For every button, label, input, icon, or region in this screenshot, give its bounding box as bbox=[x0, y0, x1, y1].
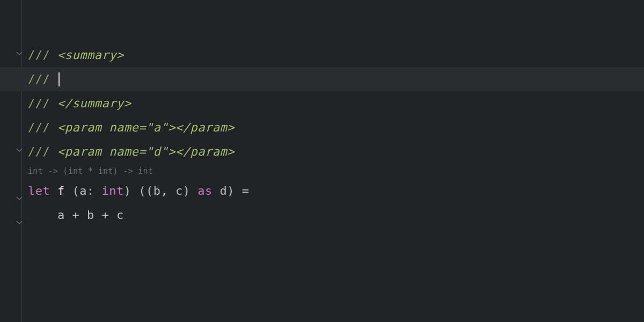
param-open: <param bbox=[57, 145, 109, 158]
param-d: d bbox=[220, 184, 228, 197]
keyword-let: let bbox=[28, 184, 50, 197]
code-line[interactable]: /// <param name="a"></param> bbox=[26, 115, 644, 140]
doc-slashes: /// bbox=[28, 121, 50, 134]
param-attr-value: "a" bbox=[146, 121, 168, 134]
function-name: f bbox=[57, 184, 65, 197]
code-line[interactable]: /// </summary> bbox=[26, 91, 644, 115]
doc-slashes: /// bbox=[28, 145, 50, 158]
gutter-divider bbox=[21, 0, 22, 322]
param-open: <param bbox=[57, 121, 109, 134]
fold-icon[interactable] bbox=[15, 218, 24, 227]
summary-close-tag: </summary> bbox=[57, 97, 131, 110]
type-int: int bbox=[102, 184, 124, 197]
code-line[interactable]: let f (a: int) ((b, c) as d) = bbox=[26, 179, 644, 203]
param-close: </param> bbox=[175, 145, 235, 158]
fold-icon[interactable] bbox=[15, 146, 24, 155]
param-b: b bbox=[153, 184, 161, 197]
doc-slashes: /// bbox=[28, 97, 50, 110]
param-attr-name: name bbox=[109, 121, 138, 134]
param-c: c bbox=[175, 184, 183, 197]
fold-icon[interactable] bbox=[15, 49, 24, 58]
type-signature: int -> (int * int) -> int bbox=[28, 166, 153, 176]
summary-open-tag: <summary> bbox=[57, 48, 124, 62]
param-close: </param> bbox=[175, 121, 235, 134]
code-line[interactable]: /// <param name="d"></param> bbox=[26, 140, 644, 164]
param-a: a bbox=[79, 184, 87, 197]
type-hint: int -> (int * int) -> int bbox=[26, 164, 644, 179]
code-line-active[interactable]: /// bbox=[26, 67, 644, 91]
gutter bbox=[0, 0, 26, 322]
param-attr-value: "d" bbox=[146, 145, 168, 158]
code-area[interactable]: /// <summary> /// /// </summary> /// <pa… bbox=[26, 0, 644, 322]
doc-slashes: /// bbox=[28, 48, 50, 62]
code-line[interactable]: a + b + c bbox=[26, 203, 644, 227]
code-editor[interactable]: /// <summary> /// /// </summary> /// <pa… bbox=[0, 0, 644, 322]
keyword-as: as bbox=[197, 184, 213, 197]
text-cursor bbox=[58, 72, 60, 86]
param-attr-name: name bbox=[109, 145, 138, 158]
code-line[interactable]: /// <summary> bbox=[26, 43, 644, 67]
fold-icon[interactable] bbox=[15, 194, 24, 203]
doc-slashes: /// bbox=[28, 72, 50, 86]
